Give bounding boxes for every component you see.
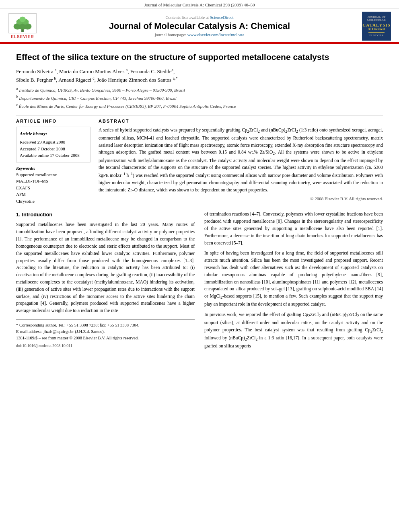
body-para-1: Supported metallocenes have been investi…	[16, 221, 195, 314]
kw-4: AFM	[16, 191, 90, 198]
article-info-abstract: ARTICLE INFO Article history: Received 2…	[16, 119, 383, 205]
journal-title-area: Contents lists available at ScienceDirec…	[39, 15, 360, 37]
footnote-email: E-mail address: jhzds@iq.ufrgs.br (J.H.Z…	[16, 329, 195, 335]
body-columns: 1. Introduction Supported metallocenes h…	[16, 211, 383, 353]
body-para-right-2: In spite of having been investigated for…	[204, 250, 383, 308]
kw-3: EXAFS	[16, 185, 90, 191]
abstract-col: ABSTRACT A series of hybrid supported ca…	[99, 119, 383, 205]
accepted-line: Accepted 7 October 2008	[20, 146, 87, 152]
cat-publisher: ELSEVIER	[369, 34, 383, 37]
kw-5: Chrysotile	[16, 198, 90, 205]
abstract-text: A series of hybrid supported catalysts w…	[99, 127, 383, 194]
footnote-corresponding: * Corresponding author. Tel.: +55 51 330…	[16, 322, 195, 329]
keywords-section: Keywords: Supported metallocene MALDI-TO…	[16, 166, 90, 205]
body-right-col: of termination reactions [4–7]. Converse…	[204, 211, 383, 353]
cat-subtitle: JOURNAL OF MOLECULAR	[364, 15, 389, 22]
copyright-line: © 2008 Elsevier B.V. All rights reserved…	[99, 196, 383, 201]
page-wrapper: Journal of Molecular Catalysis A: Chemic…	[0, 0, 399, 357]
sciencedirect-link-line: Contents lists available at ScienceDirec…	[43, 15, 356, 20]
available-line: Available online 17 October 2008	[20, 152, 87, 159]
elsevier-logo-area: ELSEVIER	[6, 13, 39, 39]
affil-c: c École des Mines de Paris, Center for E…	[16, 102, 383, 110]
svg-point-6	[19, 16, 26, 22]
kw-2: MALDI-TOF-MS	[16, 178, 90, 185]
sciencedirect-link[interactable]: ScienceDirect	[210, 15, 234, 20]
authors-text: Fernando Silveira a, Maria do Carmo Mart…	[16, 68, 175, 74]
article-title: Effect of the silica texture on the stru…	[16, 51, 383, 62]
footnotes-area: * Corresponding author. Tel.: +55 51 330…	[16, 319, 195, 349]
journal-homepage-line: journal homepage: www.elsevier.com/locat…	[43, 33, 356, 37]
body-left-col: 1. Introduction Supported metallocenes h…	[16, 211, 195, 353]
article-info-label: ARTICLE INFO	[16, 119, 90, 123]
keywords-label: Keywords:	[16, 166, 90, 170]
article-content: Effect of the silica texture on the stru…	[0, 44, 399, 357]
abstract-label: ABSTRACT	[99, 119, 383, 123]
article-history-title: Article history:	[20, 130, 87, 138]
body-section: 1. Introduction Supported metallocenes h…	[16, 211, 383, 353]
homepage-url[interactable]: www.elsevier.com/locate/molcata	[187, 33, 245, 37]
authors-line2: Sibele B. Pergher b, Arnaud Rigacci c, J…	[16, 77, 177, 83]
cat-subtitle2: A: Chemical	[368, 27, 385, 31]
kw-1: Supported metallocene	[16, 171, 90, 178]
received-line: Received 29 August 2008	[20, 139, 87, 146]
footnote-issn: 1381-1169/$ – see front matter © 2008 El…	[16, 335, 195, 341]
journal-reference: Journal of Molecular Catalysis A: Chemic…	[144, 2, 255, 7]
contents-text: Contents lists available at	[165, 15, 209, 20]
catalysis-logo-box: JOURNAL OF MOLECULAR CATALYSIS A: Chemic…	[362, 12, 391, 41]
cat-title: CATALYSIS	[362, 23, 390, 27]
section1-heading: 1. Introduction	[16, 211, 195, 219]
journal-main-title: Journal of Molecular Catalysis A: Chemic…	[43, 21, 356, 31]
affiliations: a Instituto de Química, UFRGS, Av. Bento…	[16, 86, 383, 110]
journal-reference-bar: Journal of Molecular Catalysis A: Chemic…	[0, 0, 399, 8]
journal-header: ELSEVIER Contents lists available at Sci…	[0, 8, 399, 43]
body-para-right-1: of termination reactions [4–7]. Converse…	[204, 211, 383, 246]
body-para-right-3: In previous work, we reported the effect…	[204, 311, 383, 350]
homepage-label: journal homepage:	[155, 33, 186, 37]
affil-a: a Instituto de Química, UFRGS, Av. Bento…	[16, 86, 383, 94]
article-info-box: Article history: Received 29 August 2008…	[16, 127, 90, 162]
elsevier-text: ELSEVIER	[11, 35, 34, 39]
affil-b: b Departamento de Química, URI – Campus …	[16, 94, 383, 102]
article-info-col: ARTICLE INFO Article history: Received 2…	[16, 119, 90, 205]
authors-line: Fernando Silveira a, Maria do Carmo Mart…	[16, 66, 383, 84]
section-divider	[16, 115, 383, 115]
elsevier-tree-svg	[9, 14, 36, 33]
elsevier-tree-logo	[8, 13, 37, 33]
catalysis-logo-area: JOURNAL OF MOLECULAR CATALYSIS A: Chemic…	[360, 12, 393, 41]
cat-divider	[368, 32, 385, 33]
footnote-doi: doi:10.1016/j.molcata.2008.10.011	[16, 343, 195, 349]
